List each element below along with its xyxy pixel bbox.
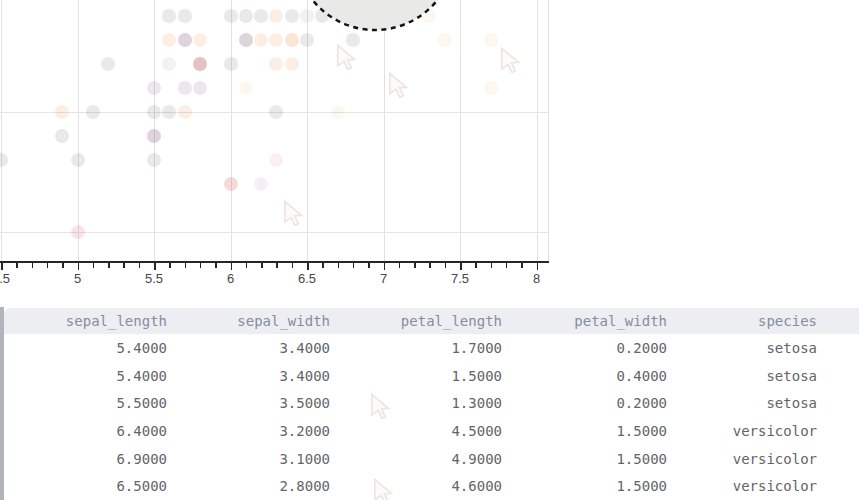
scatter-point [55,105,69,119]
table-cell: 6.4000 [4,418,167,446]
scatter-point [239,33,253,47]
table-cell: 5.4000 [4,335,167,363]
column-header-species[interactable]: species [667,308,817,334]
table-cell: versicolor [667,446,817,474]
minor-tick [32,263,34,268]
table-cell: 1.3000 [330,390,502,418]
scatter-point [86,105,100,119]
column-header-petal_width[interactable]: petal_width [502,308,667,334]
minor-tick [338,263,340,268]
column-header-sepal_length[interactable]: sepal_length [4,308,167,334]
major-tick [78,263,80,270]
scatter-point [269,9,283,23]
column-header-petal_length[interactable]: petal_length [330,308,502,334]
scatter-point [239,9,253,23]
minor-tick [506,263,508,268]
table-cell: 4.6000 [330,473,502,500]
minor-tick [399,263,401,268]
table-cell: 1.5000 [502,418,667,446]
table-cell: 3.2000 [167,418,330,446]
x-tick-label: 7 [380,271,387,286]
minor-tick [215,263,217,268]
plot-right-border [548,0,549,261]
scatter-point [269,153,283,167]
table-cell: 0.2000 [502,335,667,363]
scatter-point [147,129,161,143]
table-cell: 4.5000 [330,418,502,446]
scatter-point [147,153,161,167]
scatter-point [331,105,345,119]
scatter-point [178,33,192,47]
cursor-ghost-icon [388,72,408,102]
table-cell: 0.2000 [502,390,667,418]
scatter-chart[interactable]: 4.555.566.577.58 [0,0,549,292]
table-cell: setosa [667,390,817,418]
x-tick-label: 6 [227,271,234,286]
major-tick [460,263,462,270]
scatter-point [300,33,314,47]
cursor-ghost-icon [283,200,303,230]
x-tick-label: 5 [74,271,81,286]
x-tick-label: 4.5 [0,271,10,286]
table-cell: setosa [667,363,817,391]
scatter-point [162,105,176,119]
minor-tick [445,263,447,268]
scatter-point [0,153,8,167]
scatter-point [239,81,253,95]
minor-tick [429,263,431,268]
table-row: 5.40003.40001.70000.2000setosa [4,335,859,363]
table-cell: 3.4000 [167,363,330,391]
major-tick [231,263,233,270]
minor-tick [276,263,278,268]
scatter-point [71,225,85,239]
cursor-ghost-icon [336,44,356,74]
minor-tick [123,263,125,268]
scatter-point [178,9,192,23]
table-row: 6.40003.20004.50001.5000versicolor [4,418,859,446]
x-tick-label: 8 [533,271,540,286]
scatter-point [147,81,161,95]
scatter-point [254,9,268,23]
table-cell: 0.4000 [502,363,667,391]
table-row: 6.90003.10004.90001.5000versicolor [4,446,859,474]
vertical-gridline [231,0,232,261]
scatter-point [269,33,283,47]
major-tick [307,263,309,270]
minor-tick [368,263,370,268]
scatter-point [193,57,207,71]
data-table: sepal_lengthsepal_widthpetal_lengthpetal… [0,307,859,500]
scatter-point [269,105,283,119]
scatter-point [438,33,452,47]
app-viewport: 4.555.566.577.58 sepal_lengthsepal_width… [0,0,859,500]
table-cell: versicolor [667,418,817,446]
minor-tick [414,263,416,268]
scatter-point [162,57,176,71]
vertical-gridline [460,0,461,261]
vertical-gridline [384,0,385,261]
vertical-gridline [1,0,2,261]
scatter-point [224,177,238,191]
scatter-point [162,9,176,23]
minor-tick [292,263,294,268]
major-tick [384,263,386,270]
scatter-point [193,81,207,95]
table-cell: 4.9000 [330,446,502,474]
scatter-point [224,57,238,71]
minor-tick [521,263,523,268]
x-tick-label: 6.5 [298,271,316,286]
scatter-point [254,177,268,191]
major-tick [1,263,3,270]
table-cell: 1.5000 [502,473,667,500]
table-cell: 5.4000 [4,363,167,391]
scatter-point [55,129,69,143]
scatter-point [254,33,268,47]
minor-tick [353,263,355,268]
minor-tick [16,263,18,268]
vertical-gridline [78,0,79,261]
column-header-sepal_width[interactable]: sepal_width [167,308,330,334]
table-cell: 1.5000 [502,446,667,474]
minor-tick [200,263,202,268]
x-tick-label: 5.5 [145,271,163,286]
brush-selection[interactable] [290,0,460,35]
table-cell: 6.5000 [4,473,167,500]
